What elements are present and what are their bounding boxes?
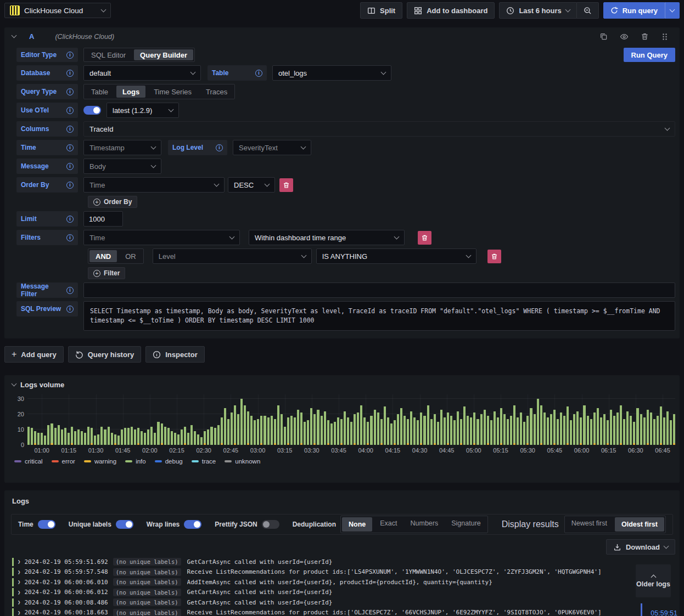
expand-chevron-icon[interactable]: ❯ <box>18 559 20 564</box>
condition-operator-select[interactable]: IS ANYTHING <box>316 248 476 264</box>
info-icon[interactable]: i <box>66 126 74 133</box>
log-row[interactable]: ❯2024-02-19 06:00:08.486(no unique label… <box>12 597 676 608</box>
info-icon[interactable]: i <box>66 144 74 151</box>
chart-legend: criticalerrorwarninginfodebugtraceunknow… <box>4 455 680 465</box>
order-by-direction-select[interactable]: DESC <box>228 177 275 193</box>
newest-first-option[interactable]: Newest first <box>565 516 614 530</box>
legend-swatch <box>14 460 21 462</box>
message-column-select[interactable]: Body <box>83 159 161 174</box>
add-query-button[interactable]: + Add query <box>4 346 64 363</box>
duplicate-query-icon[interactable] <box>596 32 611 41</box>
info-icon[interactable]: i <box>216 144 223 151</box>
dedup-none[interactable]: None <box>342 517 372 532</box>
bool-or[interactable]: OR <box>118 249 143 263</box>
volume-bar <box>74 431 76 445</box>
wrap-lines-toggle[interactable] <box>184 520 201 529</box>
zoom-out-time-button[interactable] <box>577 2 599 19</box>
legend-item-critical[interactable]: critical <box>14 458 43 465</box>
legend-item-debug[interactable]: debug <box>155 458 183 465</box>
time-toggle[interactable] <box>38 520 55 529</box>
oldest-first-option[interactable]: Oldest first <box>615 517 664 532</box>
volume-bar <box>161 423 163 445</box>
tab-logs[interactable]: Logs <box>116 86 145 98</box>
expand-chevron-icon[interactable]: ❯ <box>18 600 20 605</box>
filter-field-select[interactable]: Time <box>83 230 240 245</box>
run-query-button[interactable]: Run query <box>603 2 665 19</box>
info-icon[interactable]: i <box>66 107 74 114</box>
expand-chevron-icon[interactable]: ❯ <box>18 590 20 595</box>
info-icon[interactable]: i <box>66 182 74 189</box>
remove-condition-button[interactable] <box>487 250 501 263</box>
columns-multiselect[interactable]: TraceId <box>83 121 675 137</box>
y-tick-label: 20 <box>18 411 24 417</box>
x-tick-label: 02:30 <box>196 447 211 454</box>
prettify-json-toggle[interactable] <box>262 520 279 529</box>
use-otel-toggle[interactable] <box>83 106 101 115</box>
drag-handle-icon[interactable] <box>658 33 672 41</box>
download-button[interactable]: Download <box>606 539 675 555</box>
volume-bar <box>444 417 446 445</box>
log-level-select[interactable]: SeverityText <box>233 140 311 155</box>
query-history-button[interactable]: Query history <box>68 346 142 363</box>
info-icon[interactable]: i <box>66 52 74 59</box>
log-row[interactable]: ❯2024-02-19 06:00:06.010(no unique label… <box>12 577 676 587</box>
condition-field-select[interactable]: Level <box>153 248 312 264</box>
table-select[interactable]: otel_logs <box>272 65 391 81</box>
tab-time-series[interactable]: Time Series <box>147 84 199 99</box>
info-icon[interactable]: i <box>66 70 74 77</box>
message-filter-input[interactable] <box>83 282 675 298</box>
run-query-dropdown[interactable] <box>665 2 680 19</box>
time-range-picker[interactable]: Last 6 hours <box>499 2 576 19</box>
limit-input[interactable] <box>83 211 123 227</box>
legend-item-warning[interactable]: warning <box>84 458 116 465</box>
info-icon[interactable]: i <box>66 163 74 170</box>
log-timestamp: 2024-02-19 06:00:18.663 <box>24 609 108 616</box>
add-to-dashboard-button[interactable]: Add to dashboard <box>407 2 495 19</box>
expand-chevron-icon[interactable]: ❯ <box>18 569 20 575</box>
dedup-exact[interactable]: Exact <box>373 516 403 530</box>
time-column-select[interactable]: Timestamp <box>83 140 161 155</box>
collapse-chevron-icon[interactable] <box>12 33 17 38</box>
log-row[interactable]: ❯2024-02-19 06:00:06.012(no unique label… <box>12 587 676 598</box>
add-order-by-button[interactable]: + Order By <box>88 196 137 208</box>
bool-and[interactable]: AND <box>89 250 117 262</box>
editor-run-query-button[interactable]: Run Query <box>624 48 675 62</box>
datasource-picker[interactable]: ClickHouse Cloud <box>4 3 111 18</box>
unique-labels-toggle[interactable] <box>116 520 133 529</box>
dedup-numbers[interactable]: Numbers <box>404 516 445 530</box>
info-icon[interactable]: i <box>66 234 74 241</box>
info-icon[interactable]: i <box>66 216 74 223</box>
tab-sql-editor[interactable]: SQL Editor <box>84 48 133 61</box>
split-button[interactable]: Split <box>360 2 402 19</box>
log-row[interactable]: ❯2024-02-19 05:59:57.548(no unique label… <box>12 567 676 578</box>
hide-query-eye-icon[interactable] <box>616 32 632 41</box>
tab-table[interactable]: Table <box>84 84 115 99</box>
info-icon[interactable]: i <box>255 70 262 77</box>
inspector-button[interactable]: Inspector <box>145 346 205 363</box>
info-icon[interactable]: i <box>66 306 74 313</box>
gridline <box>123 394 124 445</box>
legend-item-trace[interactable]: trace <box>192 458 216 465</box>
log-row[interactable]: ❯2024-02-19 06:00:18.663(no unique label… <box>12 608 676 616</box>
collapse-chevron-icon[interactable] <box>12 381 17 387</box>
delete-query-icon[interactable] <box>637 32 652 41</box>
legend-item-unknown[interactable]: unknown <box>225 458 260 465</box>
filter-operator-select[interactable]: Within dashboard time range <box>249 230 405 245</box>
remove-order-by-button[interactable] <box>279 178 293 192</box>
legend-item-error[interactable]: error <box>52 458 75 465</box>
info-icon[interactable]: i <box>66 88 74 95</box>
expand-chevron-icon[interactable]: ❯ <box>18 579 20 585</box>
info-icon[interactable]: i <box>66 287 74 294</box>
otel-version-select[interactable]: latest (1.2.9) <box>106 103 179 118</box>
tab-traces[interactable]: Traces <box>199 84 234 99</box>
dedup-signature[interactable]: Signature <box>445 516 487 530</box>
add-filter-button[interactable]: + Filter <box>88 267 125 279</box>
database-select[interactable]: default <box>83 65 201 81</box>
order-by-field-select[interactable]: Time <box>83 177 225 193</box>
legend-item-info[interactable]: info <box>125 458 146 465</box>
tab-query-builder[interactable]: Query Builder <box>134 49 193 60</box>
expand-chevron-icon[interactable]: ❯ <box>18 610 20 615</box>
older-logs-button[interactable]: Older logs <box>636 564 671 597</box>
remove-filter-button[interactable] <box>418 231 431 245</box>
log-row[interactable]: ❯2024-02-19 05:59:51.692(no unique label… <box>12 557 676 567</box>
